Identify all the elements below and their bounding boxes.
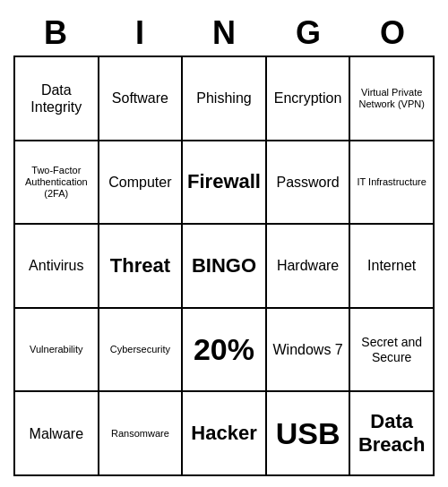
bingo-cell-text-19: Secret and Secure (354, 335, 429, 365)
bingo-cell-20: Malware (15, 392, 99, 476)
bingo-cell-text-12: BINGO (192, 254, 256, 278)
bingo-cell-text-15: Vulnerability (30, 344, 83, 355)
header-letter-n: N (182, 11, 266, 56)
bingo-cell-22: Hacker (183, 392, 267, 476)
bingo-cell-text-8: Password (276, 174, 339, 191)
bingo-cell-text-5: Two-Factor Authentication (2FA) (19, 165, 94, 201)
bingo-cell-17: 20% (183, 309, 267, 393)
bingo-cell-3: Encryption (267, 57, 351, 141)
bingo-cell-text-14: Internet (367, 257, 416, 274)
bingo-cell-text-16: Cybersecurity (110, 344, 170, 355)
bingo-cell-4: Virtual Private Network (VPN) (350, 57, 435, 141)
bingo-cell-7: Firewall (183, 141, 267, 226)
bingo-cell-19: Secret and Secure (350, 309, 435, 393)
bingo-cell-text-18: Windows 7 (272, 341, 342, 358)
bingo-cell-14: Internet (350, 225, 435, 309)
header-letter-b: B (13, 11, 98, 56)
bingo-cell-text-9: IT Infrastructure (357, 176, 426, 188)
bingo-cell-8: Password (267, 141, 351, 226)
bingo-cell-text-24: Data Breach (354, 410, 429, 457)
bingo-cell-text-1: Software (112, 90, 168, 107)
bingo-cell-13: Hardware (267, 225, 351, 309)
bingo-cell-text-6: Computer (108, 174, 171, 191)
bingo-grid: Data IntegritySoftwarePhishingEncryption… (13, 56, 435, 476)
bingo-card: BINGO Data IntegritySoftwarePhishingEncr… (13, 11, 435, 476)
bingo-cell-text-10: Antivirus (29, 257, 83, 274)
bingo-cell-10: Antivirus (15, 225, 99, 309)
bingo-cell-text-13: Hardware (277, 257, 339, 274)
bingo-cell-12: BINGO (183, 225, 267, 309)
bingo-cell-9: IT Infrastructure (350, 141, 435, 226)
bingo-cell-24: Data Breach (350, 392, 435, 476)
bingo-cell-11: Threat (99, 225, 184, 309)
bingo-cell-6: Computer (99, 141, 184, 226)
bingo-cell-5: Two-Factor Authentication (2FA) (15, 141, 99, 226)
bingo-cell-16: Cybersecurity (99, 309, 184, 393)
header-letter-g: G (266, 11, 350, 56)
bingo-cell-text-21: Ransomware (111, 428, 169, 440)
bingo-cell-text-7: Firewall (187, 170, 261, 193)
bingo-cell-23: USB (267, 392, 351, 476)
bingo-cell-text-17: 20% (194, 331, 254, 368)
header-letter-o: O (350, 11, 435, 56)
bingo-cell-text-3: Encryption (274, 90, 342, 107)
bingo-cell-text-22: Hacker (191, 422, 256, 445)
bingo-cell-text-23: USB (276, 415, 340, 452)
bingo-cell-text-0: Data Integrity (19, 81, 94, 115)
bingo-cell-text-20: Malware (30, 425, 83, 442)
bingo-header: BINGO (13, 11, 435, 56)
bingo-cell-text-2: Phishing (196, 90, 251, 107)
bingo-cell-1: Software (99, 57, 184, 141)
bingo-cell-2: Phishing (183, 57, 267, 141)
bingo-cell-text-11: Threat (110, 254, 170, 278)
bingo-cell-21: Ransomware (99, 392, 184, 476)
bingo-cell-15: Vulnerability (15, 309, 99, 393)
header-letter-i: I (98, 11, 182, 56)
bingo-cell-0: Data Integrity (15, 57, 99, 141)
bingo-cell-18: Windows 7 (267, 309, 351, 393)
bingo-cell-text-4: Virtual Private Network (VPN) (354, 87, 429, 110)
